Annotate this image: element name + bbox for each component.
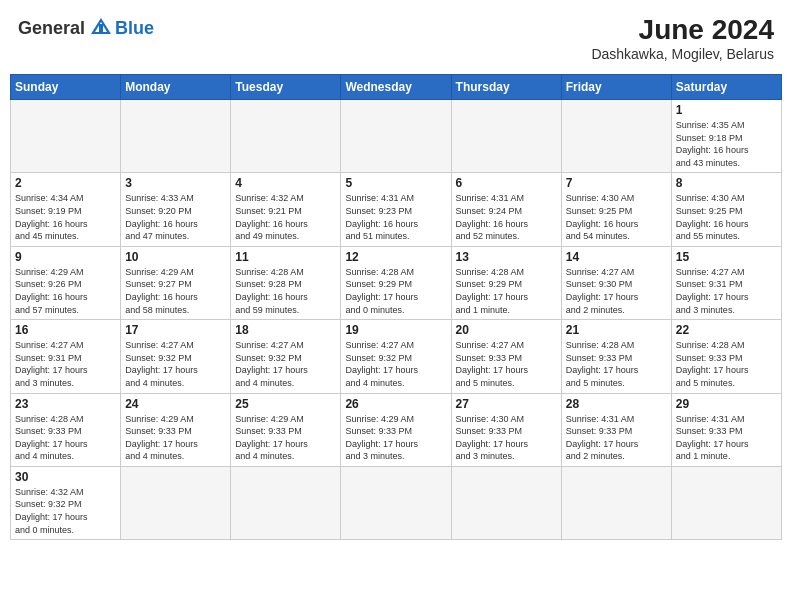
day-info: Sunrise: 4:29 AM Sunset: 9:26 PM Dayligh…: [15, 266, 116, 316]
week-row-5: 23Sunrise: 4:28 AM Sunset: 9:33 PM Dayli…: [11, 393, 782, 466]
day-info: Sunrise: 4:31 AM Sunset: 9:24 PM Dayligh…: [456, 192, 557, 242]
day-number: 20: [456, 323, 557, 337]
day-info: Sunrise: 4:33 AM Sunset: 9:20 PM Dayligh…: [125, 192, 226, 242]
calendar-day: [451, 466, 561, 539]
calendar-day: 26Sunrise: 4:29 AM Sunset: 9:33 PM Dayli…: [341, 393, 451, 466]
day-info: Sunrise: 4:34 AM Sunset: 9:19 PM Dayligh…: [15, 192, 116, 242]
day-number: 27: [456, 397, 557, 411]
calendar-day: 4Sunrise: 4:32 AM Sunset: 9:21 PM Daylig…: [231, 173, 341, 246]
calendar-day: 21Sunrise: 4:28 AM Sunset: 9:33 PM Dayli…: [561, 320, 671, 393]
calendar-day: 2Sunrise: 4:34 AM Sunset: 9:19 PM Daylig…: [11, 173, 121, 246]
day-number: 17: [125, 323, 226, 337]
calendar-day: [341, 100, 451, 173]
calendar-day: 30Sunrise: 4:32 AM Sunset: 9:32 PM Dayli…: [11, 466, 121, 539]
calendar-day: [341, 466, 451, 539]
day-info: Sunrise: 4:31 AM Sunset: 9:33 PM Dayligh…: [566, 413, 667, 463]
logo-icon: [87, 14, 115, 42]
logo-general: General: [18, 18, 85, 39]
day-number: 28: [566, 397, 667, 411]
day-info: Sunrise: 4:30 AM Sunset: 9:25 PM Dayligh…: [676, 192, 777, 242]
day-info: Sunrise: 4:35 AM Sunset: 9:18 PM Dayligh…: [676, 119, 777, 169]
day-number: 19: [345, 323, 446, 337]
calendar-table: SundayMondayTuesdayWednesdayThursdayFrid…: [10, 74, 782, 540]
month-year-title: June 2024: [591, 14, 774, 46]
calendar-day: 12Sunrise: 4:28 AM Sunset: 9:29 PM Dayli…: [341, 246, 451, 319]
day-info: Sunrise: 4:29 AM Sunset: 9:33 PM Dayligh…: [125, 413, 226, 463]
calendar-day: 16Sunrise: 4:27 AM Sunset: 9:31 PM Dayli…: [11, 320, 121, 393]
calendar-day: 14Sunrise: 4:27 AM Sunset: 9:30 PM Dayli…: [561, 246, 671, 319]
week-row-1: 1Sunrise: 4:35 AM Sunset: 9:18 PM Daylig…: [11, 100, 782, 173]
weekday-header-wednesday: Wednesday: [341, 75, 451, 100]
calendar-day: [561, 466, 671, 539]
calendar-day: 25Sunrise: 4:29 AM Sunset: 9:33 PM Dayli…: [231, 393, 341, 466]
day-info: Sunrise: 4:29 AM Sunset: 9:27 PM Dayligh…: [125, 266, 226, 316]
location-subtitle: Dashkawka, Mogilev, Belarus: [591, 46, 774, 62]
day-number: 22: [676, 323, 777, 337]
day-info: Sunrise: 4:28 AM Sunset: 9:33 PM Dayligh…: [676, 339, 777, 389]
calendar-day: [121, 100, 231, 173]
calendar-day: [11, 100, 121, 173]
calendar-day: 15Sunrise: 4:27 AM Sunset: 9:31 PM Dayli…: [671, 246, 781, 319]
calendar-day: 17Sunrise: 4:27 AM Sunset: 9:32 PM Dayli…: [121, 320, 231, 393]
day-number: 7: [566, 176, 667, 190]
day-number: 24: [125, 397, 226, 411]
svg-rect-2: [99, 24, 103, 32]
day-info: Sunrise: 4:28 AM Sunset: 9:33 PM Dayligh…: [566, 339, 667, 389]
calendar-day: 5Sunrise: 4:31 AM Sunset: 9:23 PM Daylig…: [341, 173, 451, 246]
week-row-3: 9Sunrise: 4:29 AM Sunset: 9:26 PM Daylig…: [11, 246, 782, 319]
calendar-day: 10Sunrise: 4:29 AM Sunset: 9:27 PM Dayli…: [121, 246, 231, 319]
calendar-day: 1Sunrise: 4:35 AM Sunset: 9:18 PM Daylig…: [671, 100, 781, 173]
week-row-4: 16Sunrise: 4:27 AM Sunset: 9:31 PM Dayli…: [11, 320, 782, 393]
day-number: 15: [676, 250, 777, 264]
day-number: 3: [125, 176, 226, 190]
calendar-day: 13Sunrise: 4:28 AM Sunset: 9:29 PM Dayli…: [451, 246, 561, 319]
day-info: Sunrise: 4:27 AM Sunset: 9:32 PM Dayligh…: [345, 339, 446, 389]
logo: General Blue: [18, 14, 154, 42]
day-number: 30: [15, 470, 116, 484]
calendar-day: [671, 466, 781, 539]
day-info: Sunrise: 4:32 AM Sunset: 9:32 PM Dayligh…: [15, 486, 116, 536]
day-number: 8: [676, 176, 777, 190]
day-info: Sunrise: 4:32 AM Sunset: 9:21 PM Dayligh…: [235, 192, 336, 242]
day-number: 10: [125, 250, 226, 264]
weekday-header-tuesday: Tuesday: [231, 75, 341, 100]
day-number: 16: [15, 323, 116, 337]
calendar-day: 20Sunrise: 4:27 AM Sunset: 9:33 PM Dayli…: [451, 320, 561, 393]
day-info: Sunrise: 4:29 AM Sunset: 9:33 PM Dayligh…: [345, 413, 446, 463]
weekday-header-friday: Friday: [561, 75, 671, 100]
day-number: 23: [15, 397, 116, 411]
day-info: Sunrise: 4:27 AM Sunset: 9:30 PM Dayligh…: [566, 266, 667, 316]
calendar-day: 6Sunrise: 4:31 AM Sunset: 9:24 PM Daylig…: [451, 173, 561, 246]
day-info: Sunrise: 4:31 AM Sunset: 9:33 PM Dayligh…: [676, 413, 777, 463]
day-info: Sunrise: 4:27 AM Sunset: 9:31 PM Dayligh…: [15, 339, 116, 389]
day-info: Sunrise: 4:27 AM Sunset: 9:32 PM Dayligh…: [235, 339, 336, 389]
day-info: Sunrise: 4:28 AM Sunset: 9:28 PM Dayligh…: [235, 266, 336, 316]
calendar-day: 7Sunrise: 4:30 AM Sunset: 9:25 PM Daylig…: [561, 173, 671, 246]
calendar-day: 28Sunrise: 4:31 AM Sunset: 9:33 PM Dayli…: [561, 393, 671, 466]
calendar-day: [451, 100, 561, 173]
calendar-day: [231, 466, 341, 539]
calendar-day: 27Sunrise: 4:30 AM Sunset: 9:33 PM Dayli…: [451, 393, 561, 466]
day-number: 29: [676, 397, 777, 411]
day-number: 11: [235, 250, 336, 264]
calendar-day: 8Sunrise: 4:30 AM Sunset: 9:25 PM Daylig…: [671, 173, 781, 246]
week-row-2: 2Sunrise: 4:34 AM Sunset: 9:19 PM Daylig…: [11, 173, 782, 246]
calendar-day: 29Sunrise: 4:31 AM Sunset: 9:33 PM Dayli…: [671, 393, 781, 466]
day-number: 2: [15, 176, 116, 190]
calendar-day: 11Sunrise: 4:28 AM Sunset: 9:28 PM Dayli…: [231, 246, 341, 319]
day-info: Sunrise: 4:29 AM Sunset: 9:33 PM Dayligh…: [235, 413, 336, 463]
weekday-header-sunday: Sunday: [11, 75, 121, 100]
day-info: Sunrise: 4:31 AM Sunset: 9:23 PM Dayligh…: [345, 192, 446, 242]
page-header: General Blue June 2024 Dashkawka, Mogile…: [10, 10, 782, 66]
day-number: 25: [235, 397, 336, 411]
day-info: Sunrise: 4:27 AM Sunset: 9:33 PM Dayligh…: [456, 339, 557, 389]
calendar-day: 23Sunrise: 4:28 AM Sunset: 9:33 PM Dayli…: [11, 393, 121, 466]
calendar-day: 24Sunrise: 4:29 AM Sunset: 9:33 PM Dayli…: [121, 393, 231, 466]
logo-blue: Blue: [115, 18, 154, 39]
day-number: 14: [566, 250, 667, 264]
calendar-day: 18Sunrise: 4:27 AM Sunset: 9:32 PM Dayli…: [231, 320, 341, 393]
day-info: Sunrise: 4:27 AM Sunset: 9:32 PM Dayligh…: [125, 339, 226, 389]
calendar-day: 9Sunrise: 4:29 AM Sunset: 9:26 PM Daylig…: [11, 246, 121, 319]
weekday-header-saturday: Saturday: [671, 75, 781, 100]
day-info: Sunrise: 4:28 AM Sunset: 9:29 PM Dayligh…: [456, 266, 557, 316]
